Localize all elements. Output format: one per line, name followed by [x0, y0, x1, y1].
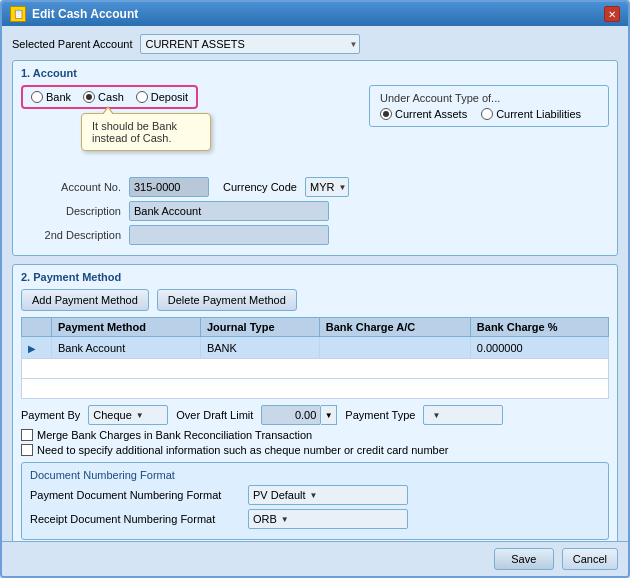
section2-header: 2. Payment Method [21, 271, 609, 283]
payment-numbering-arrow-icon: ▼ [310, 491, 318, 500]
receipt-numbering-select[interactable]: ORB ▼ [248, 509, 408, 529]
table-empty-row-1 [22, 359, 609, 379]
parent-account-row: Selected Parent Account CURRENT ASSETS ▼ [12, 34, 618, 54]
row-arrow-cell: ▶ [22, 337, 52, 359]
account-type-title: Under Account Type of... [380, 92, 598, 104]
checkbox-cheque-info[interactable] [21, 444, 33, 456]
payment-type-select[interactable]: ▼ [423, 405, 503, 425]
overdraft-label: Over Draft Limit [176, 409, 253, 421]
currency-select[interactable]: MYR ▼ [305, 177, 349, 197]
payment-method-table: Payment Method Journal Type Bank Charge … [21, 317, 609, 399]
tooltip-text: It should be Bank instead of Cash. [92, 120, 177, 144]
section1-box: 1. Account Bank [12, 60, 618, 256]
radio-current-assets[interactable]: Current Assets [380, 108, 467, 120]
description2-input[interactable] [129, 225, 329, 245]
payment-numbering-label: Payment Document Numbering Format [30, 489, 240, 501]
radio-current-liabilities-label: Current Liabilities [496, 108, 581, 120]
payment-by-arrow-icon: ▼ [136, 411, 144, 420]
row-payment-method: Bank Account [52, 337, 201, 359]
payment-by-label: Payment By [21, 409, 80, 421]
description-row: Description [21, 201, 609, 221]
payment-by-select[interactable]: Cheque ▼ [88, 405, 168, 425]
radio-deposit-label: Deposit [151, 91, 188, 103]
row-bank-charge-pct: 0.000000 [470, 337, 608, 359]
radio-current-liabilities-circle[interactable] [481, 108, 493, 120]
title-bar: 📋 Edit Cash Account ✕ [2, 2, 628, 26]
account-type-box: Under Account Type of... Current Assets … [369, 85, 609, 127]
add-payment-method-button[interactable]: Add Payment Method [21, 289, 149, 311]
description-input[interactable] [129, 201, 329, 221]
payment-by-value: Cheque [93, 409, 132, 421]
radio-bank-circle[interactable] [31, 91, 43, 103]
row-bank-charge-ac [319, 337, 470, 359]
cancel-button[interactable]: Cancel [562, 548, 618, 570]
overdraft-input-container: ▼ [261, 405, 337, 425]
description-label: Description [21, 205, 121, 217]
currency-value: MYR [310, 181, 334, 193]
main-window: 📋 Edit Cash Account ✕ Selected Parent Ac… [0, 0, 630, 578]
numbering-title: Document Numbering Format [30, 469, 600, 481]
checkbox-merge-bank[interactable] [21, 429, 33, 441]
receipt-numbering-value: ORB [253, 513, 277, 525]
account-no-row: Account No. Currency Code MYR ▼ [21, 177, 609, 197]
payment-numbering-value: PV Default [253, 489, 306, 501]
checkbox-merge-bank-row: Merge Bank Charges in Bank Reconciliatio… [21, 429, 609, 441]
radio-bank[interactable]: Bank [31, 91, 71, 103]
section2-number: 2. [21, 271, 30, 283]
section2-box: 2. Payment Method Add Payment Method Del… [12, 264, 618, 541]
description2-label: 2nd Description [21, 229, 121, 241]
section1-number: 1. [21, 67, 30, 79]
footer: Save Cancel [2, 541, 628, 576]
account-no-label: Account No. [21, 181, 121, 193]
pm-buttons-row: Add Payment Method Delete Payment Method [21, 289, 609, 311]
radio-current-liabilities[interactable]: Current Liabilities [481, 108, 581, 120]
overdraft-input[interactable] [261, 405, 321, 425]
numbering-section: Document Numbering Format Payment Docume… [21, 462, 609, 540]
currency-code-label: Currency Code [223, 181, 297, 193]
receipt-numbering-row: Receipt Document Numbering Format ORB ▼ [30, 509, 600, 529]
col-payment-method [22, 318, 52, 337]
checkbox-cheque-info-label: Need to specify additional information s… [37, 444, 449, 456]
overdraft-spinner[interactable]: ▼ [321, 405, 337, 425]
currency-arrow-icon: ▼ [338, 183, 346, 192]
parent-account-label: Selected Parent Account [12, 38, 132, 50]
radio-current-assets-circle[interactable] [380, 108, 392, 120]
save-button[interactable]: Save [494, 548, 554, 570]
section2-label: Payment Method [33, 271, 121, 283]
tooltip-bubble: It should be Bank instead of Cash. [81, 113, 211, 151]
account-top-row: Bank Cash Deposit [21, 85, 609, 127]
parent-account-arrow-icon: ▼ [350, 40, 358, 49]
close-button[interactable]: ✕ [604, 6, 620, 22]
row-arrow-icon: ▶ [28, 343, 36, 354]
radio-current-assets-label: Current Assets [395, 108, 467, 120]
radio-bank-label: Bank [46, 91, 71, 103]
col-bank-charge-ac: Bank Charge A/C [319, 318, 470, 337]
payment-numbering-row: Payment Document Numbering Format PV Def… [30, 485, 600, 505]
table-empty-row-2 [22, 379, 609, 399]
account-no-input[interactable] [129, 177, 209, 197]
radio-deposit-circle[interactable] [136, 91, 148, 103]
window-icon: 📋 [10, 6, 26, 22]
payment-numbering-select[interactable]: PV Default ▼ [248, 485, 408, 505]
account-section: Bank Cash Deposit [21, 85, 609, 249]
col-bank-charge-pct: Bank Charge % [470, 318, 608, 337]
col-journal-type: Journal Type [200, 318, 319, 337]
radio-cash-label: Cash [98, 91, 124, 103]
payment-form-row: Payment By Cheque ▼ Over Draft Limit ▼ P… [21, 405, 609, 425]
section1-header: 1. Account [21, 67, 609, 79]
row-journal-type: BANK [200, 337, 319, 359]
radio-cash-circle[interactable] [83, 91, 95, 103]
title-bar-left: 📋 Edit Cash Account [10, 6, 138, 22]
description2-row: 2nd Description [21, 225, 609, 245]
col-payment-method-label: Payment Method [52, 318, 201, 337]
payment-type-arrow-icon: ▼ [432, 411, 440, 420]
table-row[interactable]: ▶ Bank Account BANK 0.000000 [22, 337, 609, 359]
window-title: Edit Cash Account [32, 7, 138, 21]
delete-payment-method-button[interactable]: Delete Payment Method [157, 289, 297, 311]
radio-deposit[interactable]: Deposit [136, 91, 188, 103]
radio-cash[interactable]: Cash [83, 91, 124, 103]
receipt-numbering-arrow-icon: ▼ [281, 515, 289, 524]
parent-account-select[interactable]: CURRENT ASSETS ▼ [140, 34, 360, 54]
content-area: Selected Parent Account CURRENT ASSETS ▼… [2, 26, 628, 541]
payment-type-label: Payment Type [345, 409, 415, 421]
